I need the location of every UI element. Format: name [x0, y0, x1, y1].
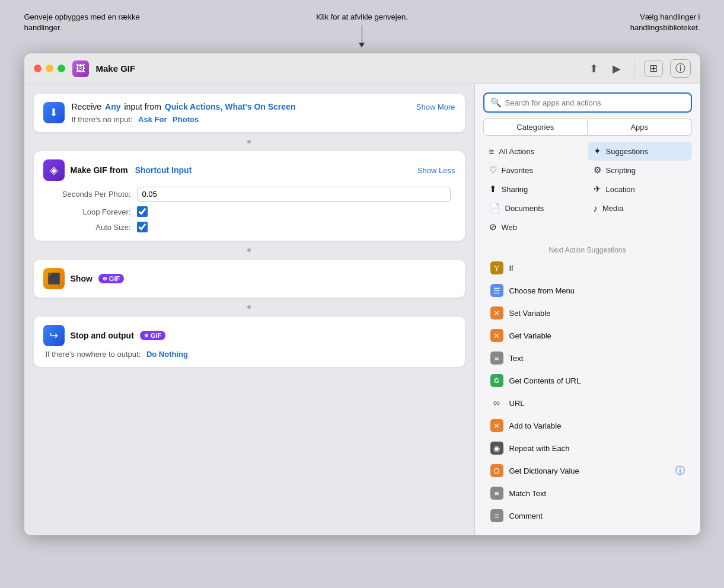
- run-button[interactable]: ▶: [609, 61, 624, 76]
- cat-suggestions[interactable]: ✦ Suggestions: [588, 142, 692, 161]
- action-match-text[interactable]: ≡ Match Text: [483, 482, 692, 504]
- titlebar: 🖼 Make GIF ⬆ ▶ ⊞ ⓘ: [24, 53, 700, 84]
- action-match-text-label: Match Text: [509, 489, 547, 498]
- main-content: ⬇ Receive Any input from Quick Actions, …: [24, 84, 700, 535]
- seconds-input[interactable]: [137, 187, 451, 202]
- cat-scripting-icon: ⚙: [594, 165, 601, 175]
- cat-favorites-label: Favorites: [502, 166, 533, 175]
- tooltip-area: Genveje opbygges med en række handlinger…: [24, 12, 700, 53]
- cat-favorites-icon: ♡: [489, 165, 497, 175]
- loop-checkbox[interactable]: [137, 206, 148, 217]
- receive-any[interactable]: Any: [105, 102, 120, 111]
- action-if-label: If: [509, 264, 514, 273]
- tooltip-center: Klik for at afvikle genvejen.: [316, 12, 408, 23]
- cat-favorites[interactable]: ♡ Favorites: [483, 161, 588, 180]
- action-repeat-label: Repeat with Each: [509, 444, 570, 453]
- cat-documents[interactable]: 📄 Documents: [483, 199, 588, 218]
- action-choose-menu[interactable]: ☰ Choose from Menu: [483, 279, 692, 302]
- action-get-variable[interactable]: ✕ Get Variable: [483, 324, 692, 347]
- cat-all-actions[interactable]: ≡ All Actions: [483, 142, 588, 161]
- receive-row: Receive Any input from Quick Actions, Wh…: [72, 102, 455, 111]
- action-text-label: Text: [509, 354, 524, 363]
- action-set-variable[interactable]: ✕ Set Variable: [483, 302, 692, 324]
- cat-location[interactable]: ✈ Location: [588, 180, 692, 199]
- separator-2: [34, 245, 465, 255]
- action-get-dict-label: Get Dictionary Value: [509, 466, 579, 475]
- separator-1: [34, 137, 465, 146]
- loop-row: Loop Forever:: [48, 206, 451, 217]
- action-repeat-each[interactable]: ◉ Repeat with Each: [483, 437, 692, 459]
- cat-media[interactable]: ♪ Media: [588, 199, 692, 218]
- receive-sources[interactable]: Quick Actions, What's On Screen: [165, 102, 296, 111]
- action-add-variable[interactable]: ✕ Add to Variable: [483, 414, 692, 437]
- stop-gif-badge: ⊕ GIF: [140, 331, 165, 340]
- loop-label: Loop Forever:: [48, 207, 131, 216]
- make-gif-header: ◈ Make GIF from Shortcut Input Show Less: [43, 159, 455, 181]
- shortcut-input-tag[interactable]: Shortcut Input: [135, 165, 192, 175]
- match-text-icon: ≡: [490, 487, 503, 500]
- add-variable-icon: ✕: [490, 419, 503, 432]
- show-label: Show: [71, 274, 93, 283]
- action-get-dict[interactable]: O Get Dictionary Value ⓘ: [483, 459, 692, 482]
- maximize-button[interactable]: [58, 65, 65, 72]
- search-input[interactable]: [505, 98, 685, 107]
- autosize-row: Auto Size:: [48, 222, 451, 232]
- photos-button[interactable]: Photos: [173, 115, 199, 124]
- action-url-label: URL: [509, 399, 525, 408]
- cat-documents-icon: 📄: [489, 203, 500, 213]
- action-text[interactable]: ≡ Text: [483, 347, 692, 369]
- cat-documents-label: Documents: [505, 204, 544, 213]
- seconds-row: Seconds Per Photo:: [48, 187, 451, 202]
- tab-apps[interactable]: Apps: [588, 119, 692, 136]
- suggestions-title: Next Action Suggestions: [483, 242, 692, 257]
- tooltip-left: Genveje opbygges med en række handlinger…: [24, 12, 143, 47]
- receive-sub: If there's no input: Ask For Photos: [72, 115, 455, 124]
- cat-sharing[interactable]: ⬆ Sharing: [483, 180, 588, 199]
- tab-categories[interactable]: Categories: [483, 119, 588, 136]
- make-gif-card: ◈ Make GIF from Shortcut Input Show Less…: [34, 151, 465, 241]
- show-icon: ⬛: [43, 268, 65, 289]
- get-dict-icon: O: [490, 464, 503, 477]
- input-from-label: input from: [125, 102, 161, 111]
- cat-sharing-label: Sharing: [502, 185, 528, 194]
- make-gif-icon: ◈: [43, 159, 65, 181]
- search-bar: 🔍: [483, 92, 692, 113]
- action-add-variable-label: Add to Variable: [509, 421, 562, 430]
- action-set-variable-label: Set Variable: [509, 309, 551, 318]
- action-get-url[interactable]: G Get Contents of URL: [483, 369, 692, 392]
- show-card: ⬛ Show ⊕ GIF: [34, 260, 465, 298]
- tooltip-right: Vælg handlinger i handlingsbiblioteket.: [581, 12, 700, 47]
- action-if[interactable]: Y If: [483, 257, 692, 279]
- show-less-button[interactable]: Show Less: [417, 166, 455, 175]
- app-window: 🖼 Make GIF ⬆ ▶ ⊞ ⓘ ⬇ Receive Any input f…: [24, 53, 700, 535]
- do-nothing-button[interactable]: Do Nothing: [146, 350, 188, 359]
- stop-header: ↪ Stop and output ⊕ GIF: [43, 325, 455, 346]
- divider: [634, 59, 634, 78]
- cat-sharing-icon: ⬆: [489, 184, 497, 194]
- add-to-library-button[interactable]: ⊞: [644, 60, 663, 77]
- minimize-button[interactable]: [46, 65, 53, 72]
- cat-location-icon: ✈: [594, 184, 601, 194]
- action-comment[interactable]: ≡ Comment: [483, 504, 692, 527]
- get-variable-icon: ✕: [490, 329, 503, 342]
- ask-for-button[interactable]: Ask For: [138, 115, 167, 124]
- close-button[interactable]: [34, 65, 42, 72]
- comment-icon: ≡: [490, 509, 503, 522]
- action-url[interactable]: ∞ URL: [483, 392, 692, 414]
- choose-menu-icon: ☰: [490, 284, 503, 297]
- cat-web[interactable]: ⊘ Web: [483, 218, 588, 237]
- share-button[interactable]: ⬆: [586, 61, 602, 76]
- text-icon: ≡: [490, 351, 503, 365]
- categories-grid: ≡ All Actions ✦ Suggestions ♡ Favorites …: [483, 142, 692, 237]
- show-more-button[interactable]: Show More: [416, 103, 455, 111]
- info-button[interactable]: ⓘ: [670, 59, 691, 78]
- right-panel: 🔍 Categories Apps ≡ All Actions ✦ Sugges…: [475, 84, 700, 535]
- no-input-label: If there's no input:: [72, 115, 133, 124]
- make-gif-fields: Seconds Per Photo: Loop Forever: Auto Si…: [43, 187, 455, 232]
- stop-title: Stop and output: [71, 331, 134, 340]
- cat-all-icon: ≡: [489, 146, 495, 156]
- action-choose-menu-label: Choose from Menu: [509, 286, 575, 295]
- autosize-checkbox[interactable]: [137, 222, 148, 232]
- cat-scripting[interactable]: ⚙ Scripting: [588, 161, 692, 180]
- info-icon[interactable]: ⓘ: [675, 465, 685, 477]
